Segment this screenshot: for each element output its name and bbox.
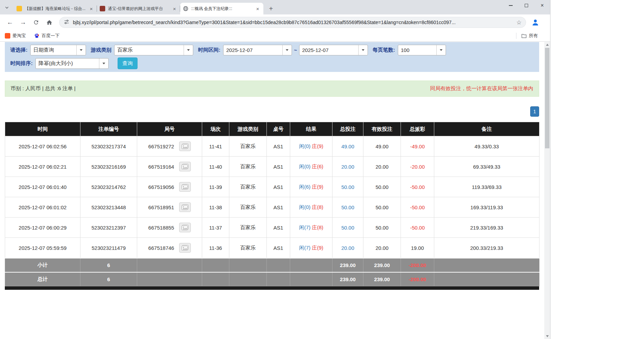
- tab-close-icon[interactable]: ×: [172, 6, 177, 12]
- bookmark-star-icon[interactable]: ☆: [516, 19, 522, 26]
- url-bar[interactable]: bjbj.xyz/ipl/portal.php/game/betrecord_s…: [59, 17, 526, 28]
- total-payout: -200.00: [401, 272, 434, 286]
- reload-button[interactable]: [31, 18, 41, 27]
- total-valid-bet: 239.00: [363, 272, 401, 286]
- window-edge: [550, 0, 550, 339]
- cell-session: 11-36: [202, 238, 229, 258]
- page-content: 请选择: 日期查询 游戏类别 百家乐 时间区间: 20: [0, 42, 544, 339]
- all-bookmarks-folder[interactable]: 所有: [521, 33, 545, 39]
- subtotal-total-bet: 239.00: [332, 258, 363, 272]
- col-table-no: 桌号: [267, 122, 290, 136]
- table-body: 2025-12-07 06:02:56 523023217374 6675192…: [5, 136, 539, 258]
- cell-valid-bet: 20.00: [363, 157, 401, 177]
- maximize-icon: [525, 4, 528, 7]
- picture-icon: [181, 245, 189, 251]
- forward-button[interactable]: →: [18, 18, 28, 27]
- total-bet-link[interactable]: 50.00: [341, 225, 354, 231]
- round-image-button[interactable]: [179, 202, 191, 212]
- col-remark: 备注: [434, 122, 539, 136]
- table-header-row: 时间 注单编号 局号 场次 游戏类别 桌号 结果 总投注 有效投注 总派彩 备注: [5, 122, 539, 136]
- globe-icon: [183, 6, 188, 11]
- empty-cell: [137, 272, 202, 286]
- cell-session: 11-37: [202, 218, 229, 238]
- scroll-up-arrow-icon[interactable]: [544, 42, 550, 47]
- new-tab-button[interactable]: +: [266, 4, 276, 13]
- empty-cell: [229, 258, 267, 272]
- sort-value: 降幂(由大到小): [36, 60, 99, 67]
- scrollbar-thumb[interactable]: [545, 48, 549, 148]
- window-maximize-button[interactable]: [519, 0, 534, 11]
- total-bet-link[interactable]: 20.00: [341, 164, 354, 170]
- chevron-down-icon: [99, 59, 108, 68]
- bookmark-aitaobao[interactable]: 爱淘宝: [5, 33, 26, 39]
- currency-summary-text: 币别 : 人民币 | 总共 :6 注单 |: [11, 85, 76, 92]
- tab-search-chevron-icon[interactable]: [3, 4, 10, 11]
- total-row: 总计 6 239.00 239.00 -200.00: [5, 272, 539, 286]
- tab-close-icon[interactable]: ×: [255, 6, 261, 12]
- cell-remark: 119.33/69.33: [434, 177, 539, 197]
- cell-total-bet: 50.00: [332, 177, 363, 197]
- round-image-button[interactable]: [179, 141, 191, 151]
- profile-avatar[interactable]: [531, 18, 540, 27]
- browser-tab-1[interactable]: 【新提醒】海燕策略论坛 - 综合... ×: [14, 3, 97, 14]
- range-separator: ~: [294, 47, 297, 53]
- bookmark-baidu[interactable]: 百度一下: [34, 33, 59, 39]
- chevron-down-icon: [184, 45, 193, 55]
- browser-tab-active[interactable]: :::视讯 会员下注纪录::: ×: [180, 3, 263, 14]
- filter-bar: 请选择: 日期查询 游戏类别 百家乐 时间区间: 20: [5, 42, 539, 72]
- search-button[interactable]: 查询: [118, 57, 138, 69]
- cell-payout: -50.00: [401, 177, 434, 197]
- round-image-button[interactable]: [179, 182, 191, 192]
- browser-window: 【新提醒】海燕策略论坛 - 综合... × 通宝-信誉最好的网上游戏平台 × :…: [0, 0, 644, 339]
- cell-bet-id: 523023216169: [80, 157, 137, 177]
- total-bet-link[interactable]: 50.00: [341, 204, 354, 210]
- round-image-button[interactable]: [179, 223, 191, 232]
- per-page-select[interactable]: 100: [398, 45, 446, 55]
- cell-result: 闲(7)庄(8): [290, 218, 332, 238]
- round-number: 667519056: [148, 184, 174, 190]
- window-minimize-button[interactable]: [503, 0, 519, 11]
- total-bet-link[interactable]: 49.00: [341, 144, 354, 149]
- vertical-scrollbar[interactable]: [544, 42, 550, 339]
- total-bet-link[interactable]: 50.00: [341, 184, 354, 190]
- cell-valid-bet: 20.00: [363, 238, 401, 258]
- browser-tab-2[interactable]: 通宝-信誉最好的网上游戏平台 ×: [97, 3, 180, 14]
- bookmark-label: 百度一下: [42, 33, 59, 39]
- cell-session: 11-40: [202, 157, 229, 177]
- page-1-button[interactable]: 1: [530, 106, 539, 117]
- col-result: 结果: [290, 122, 332, 136]
- chevron-down-icon: [76, 45, 86, 55]
- round-image-button[interactable]: [179, 162, 191, 171]
- result-player: 闲(0): [299, 143, 310, 149]
- result-banker: 庄(9): [312, 143, 323, 149]
- date-from-value: 2025-12-07: [223, 47, 282, 53]
- window-close-button[interactable]: ×: [534, 0, 550, 11]
- cell-table-no: AS1: [267, 238, 290, 258]
- cell-payout: -50.00: [401, 218, 434, 238]
- scroll-down-arrow-icon[interactable]: [544, 333, 550, 339]
- date-from-input[interactable]: 2025-12-07: [223, 45, 292, 55]
- game-type-select[interactable]: 百家乐: [114, 45, 193, 55]
- total-total-bet: 239.00: [332, 272, 363, 286]
- round-image-button[interactable]: [179, 243, 191, 253]
- home-button[interactable]: [44, 18, 54, 27]
- cell-game-type: 百家乐: [229, 136, 267, 157]
- cell-table-no: AS1: [267, 136, 290, 157]
- sort-select[interactable]: 降幂(由大到小): [35, 58, 109, 69]
- cell-valid-bet: 50.00: [363, 177, 401, 197]
- cell-time: 2025-12-07 06:02:56: [5, 136, 80, 157]
- tab-close-icon[interactable]: ×: [88, 6, 94, 12]
- bookmark-label: 爱淘宝: [12, 33, 26, 39]
- filter-row-1: 请选择: 日期查询 游戏类别 百家乐 时间区间: 20: [10, 45, 535, 55]
- cell-session: 11-39: [202, 177, 229, 197]
- picture-icon: [181, 184, 189, 190]
- back-button[interactable]: ←: [5, 18, 15, 27]
- site-settings-icon[interactable]: [64, 19, 69, 26]
- summary-notice-bar: 币别 : 人民币 | 总共 :6 注单 | 同局有效投注，统一计算在该局第一张注…: [5, 81, 539, 97]
- game-type-group: 游戏类别 百家乐: [91, 45, 193, 55]
- cell-payout: -50.00: [401, 197, 434, 218]
- date-to-input[interactable]: 2025-12-07: [299, 45, 368, 55]
- query-type-select[interactable]: 日期查询: [30, 45, 86, 55]
- cell-game-type: 百家乐: [229, 197, 267, 218]
- total-bet-link[interactable]: 20.00: [341, 245, 354, 251]
